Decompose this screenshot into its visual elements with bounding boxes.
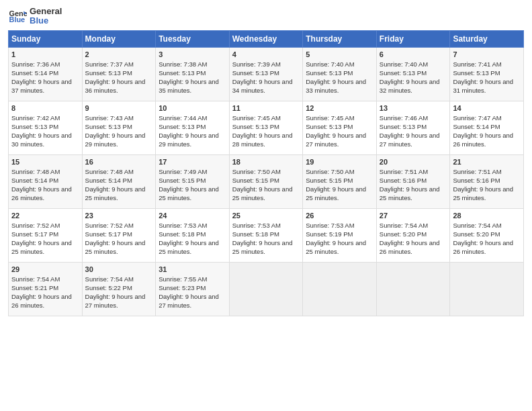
day-info: Sunrise: 7:40 AMSunset: 5:13 PMDaylight:…	[306, 60, 373, 95]
calendar-cell: 5Sunrise: 7:40 AMSunset: 5:13 PMDaylight…	[303, 47, 377, 101]
daylight-hours: Daylight: 9 hours and 37 minutes.	[11, 78, 72, 94]
col-thursday: Thursday	[303, 30, 377, 47]
sunset-time: Sunset: 5:13 PM	[85, 123, 132, 130]
sunrise-time: Sunrise: 7:43 AM	[85, 114, 134, 122]
sunset-time: Sunset: 5:16 PM	[453, 177, 500, 184]
sunrise-time: Sunrise: 7:45 AM	[232, 114, 281, 122]
day-number: 18	[232, 158, 300, 166]
sunset-time: Sunset: 5:20 PM	[453, 230, 500, 238]
calendar-table: Sunday Monday Tuesday Wednesday Thursday…	[8, 30, 524, 316]
calendar-cell: 29Sunrise: 7:54 AMSunset: 5:21 PMDayligh…	[9, 262, 83, 316]
daylight-hours: Daylight: 9 hours and 27 minutes.	[306, 132, 366, 148]
day-number: 4	[232, 50, 300, 58]
day-number: 21	[453, 158, 521, 166]
day-info: Sunrise: 7:54 AMSunset: 5:22 PMDaylight:…	[85, 275, 153, 310]
day-number: 22	[11, 212, 79, 220]
sunrise-time: Sunrise: 7:54 AM	[85, 275, 134, 283]
day-number: 16	[85, 158, 153, 166]
sunset-time: Sunset: 5:18 PM	[159, 230, 206, 238]
day-info: Sunrise: 7:55 AMSunset: 5:23 PMDaylight:…	[159, 275, 226, 310]
col-friday: Friday	[376, 30, 450, 47]
sunset-time: Sunset: 5:13 PM	[232, 69, 279, 77]
day-number: 30	[85, 265, 153, 273]
daylight-hours: Daylight: 9 hours and 32 minutes.	[380, 78, 440, 94]
day-number: 7	[453, 50, 521, 58]
daylight-hours: Daylight: 9 hours and 25 minutes.	[85, 239, 146, 255]
calendar-cell: 19Sunrise: 7:50 AMSunset: 5:15 PMDayligh…	[303, 154, 377, 208]
calendar-cell: 1Sunrise: 7:36 AMSunset: 5:14 PMDaylight…	[9, 47, 83, 101]
sunset-time: Sunset: 5:17 PM	[85, 230, 132, 238]
sunset-time: Sunset: 5:13 PM	[85, 69, 132, 77]
calendar-cell: 14Sunrise: 7:47 AMSunset: 5:14 PMDayligh…	[450, 101, 524, 154]
daylight-hours: Daylight: 9 hours and 26 minutes.	[380, 239, 440, 255]
sunrise-time: Sunrise: 7:54 AM	[11, 275, 60, 283]
daylight-hours: Daylight: 9 hours and 25 minutes.	[380, 185, 440, 201]
day-number: 29	[11, 265, 79, 273]
sunset-time: Sunset: 5:13 PM	[380, 69, 427, 77]
daylight-hours: Daylight: 9 hours and 33 minutes.	[306, 78, 366, 94]
sunset-time: Sunset: 5:13 PM	[11, 123, 58, 130]
day-info: Sunrise: 7:53 AMSunset: 5:18 PMDaylight:…	[232, 221, 300, 257]
day-info: Sunrise: 7:44 AMSunset: 5:13 PMDaylight:…	[159, 113, 226, 149]
svg-text:Blue: Blue	[9, 16, 26, 24]
day-number: 5	[306, 50, 373, 58]
calendar-cell: 22Sunrise: 7:52 AMSunset: 5:17 PMDayligh…	[9, 208, 83, 262]
sunrise-time: Sunrise: 7:54 AM	[453, 222, 501, 229]
day-info: Sunrise: 7:50 AMSunset: 5:15 PMDaylight:…	[306, 167, 373, 203]
sunrise-time: Sunrise: 7:51 AM	[453, 168, 501, 175]
day-info: Sunrise: 7:54 AMSunset: 5:21 PMDaylight:…	[11, 275, 79, 310]
day-info: Sunrise: 7:51 AMSunset: 5:16 PMDaylight:…	[380, 167, 447, 203]
sunset-time: Sunset: 5:19 PM	[306, 230, 353, 238]
daylight-hours: Daylight: 9 hours and 36 minutes.	[85, 78, 146, 94]
daylight-hours: Daylight: 9 hours and 27 minutes.	[85, 293, 146, 309]
sunset-time: Sunset: 5:13 PM	[306, 69, 353, 77]
sunset-time: Sunset: 5:14 PM	[453, 123, 500, 130]
day-number: 19	[306, 158, 373, 166]
sunset-time: Sunset: 5:20 PM	[380, 230, 427, 238]
day-number: 11	[232, 104, 300, 112]
day-info: Sunrise: 7:40 AMSunset: 5:13 PMDaylight:…	[380, 60, 447, 95]
calendar-cell: 7Sunrise: 7:41 AMSunset: 5:13 PMDaylight…	[450, 47, 524, 101]
sunrise-time: Sunrise: 7:52 AM	[11, 222, 60, 229]
sunrise-time: Sunrise: 7:51 AM	[380, 168, 428, 175]
daylight-hours: Daylight: 9 hours and 26 minutes.	[453, 132, 513, 148]
day-number: 27	[380, 212, 447, 220]
sunrise-time: Sunrise: 7:39 AM	[232, 60, 281, 68]
day-info: Sunrise: 7:52 AMSunset: 5:17 PMDaylight:…	[85, 221, 153, 257]
daylight-hours: Daylight: 9 hours and 27 minutes.	[159, 293, 219, 309]
day-info: Sunrise: 7:53 AMSunset: 5:18 PMDaylight:…	[159, 221, 226, 257]
calendar-cell: 31Sunrise: 7:55 AMSunset: 5:23 PMDayligh…	[156, 262, 230, 316]
sunset-time: Sunset: 5:13 PM	[306, 123, 353, 130]
sunset-time: Sunset: 5:23 PM	[159, 284, 206, 291]
day-info: Sunrise: 7:48 AMSunset: 5:14 PMDaylight:…	[11, 167, 79, 203]
day-number: 6	[380, 50, 447, 58]
day-number: 2	[85, 50, 153, 58]
sunset-time: Sunset: 5:13 PM	[380, 123, 427, 130]
logo-text-general: General	[30, 7, 62, 16]
sunrise-time: Sunrise: 7:38 AM	[159, 60, 207, 68]
calendar-cell: 24Sunrise: 7:53 AMSunset: 5:18 PMDayligh…	[156, 208, 230, 262]
daylight-hours: Daylight: 9 hours and 26 minutes.	[11, 185, 72, 201]
day-info: Sunrise: 7:41 AMSunset: 5:13 PMDaylight:…	[453, 60, 521, 95]
calendar-week-row: 8Sunrise: 7:42 AMSunset: 5:13 PMDaylight…	[9, 101, 524, 154]
daylight-hours: Daylight: 9 hours and 31 minutes.	[453, 78, 513, 94]
day-number: 25	[232, 212, 300, 220]
calendar-header-row: Sunday Monday Tuesday Wednesday Thursday…	[9, 30, 524, 47]
daylight-hours: Daylight: 9 hours and 25 minutes.	[306, 185, 366, 201]
sunrise-time: Sunrise: 7:49 AM	[159, 168, 207, 175]
day-number: 14	[453, 104, 521, 112]
day-info: Sunrise: 7:42 AMSunset: 5:13 PMDaylight:…	[11, 113, 79, 149]
sunset-time: Sunset: 5:15 PM	[232, 177, 279, 184]
day-info: Sunrise: 7:39 AMSunset: 5:13 PMDaylight:…	[232, 60, 300, 95]
sunrise-time: Sunrise: 7:36 AM	[11, 60, 60, 68]
calendar-cell: 8Sunrise: 7:42 AMSunset: 5:13 PMDaylight…	[9, 101, 83, 154]
daylight-hours: Daylight: 9 hours and 30 minutes.	[11, 132, 72, 148]
calendar-cell: 11Sunrise: 7:45 AMSunset: 5:13 PMDayligh…	[229, 101, 303, 154]
sunset-time: Sunset: 5:14 PM	[85, 177, 132, 184]
sunset-time: Sunset: 5:21 PM	[11, 284, 58, 291]
sunset-time: Sunset: 5:14 PM	[11, 177, 58, 184]
daylight-hours: Daylight: 9 hours and 25 minutes.	[306, 239, 366, 255]
day-number: 17	[159, 158, 226, 166]
calendar-cell	[303, 262, 377, 316]
calendar-week-row: 22Sunrise: 7:52 AMSunset: 5:17 PMDayligh…	[9, 208, 524, 262]
